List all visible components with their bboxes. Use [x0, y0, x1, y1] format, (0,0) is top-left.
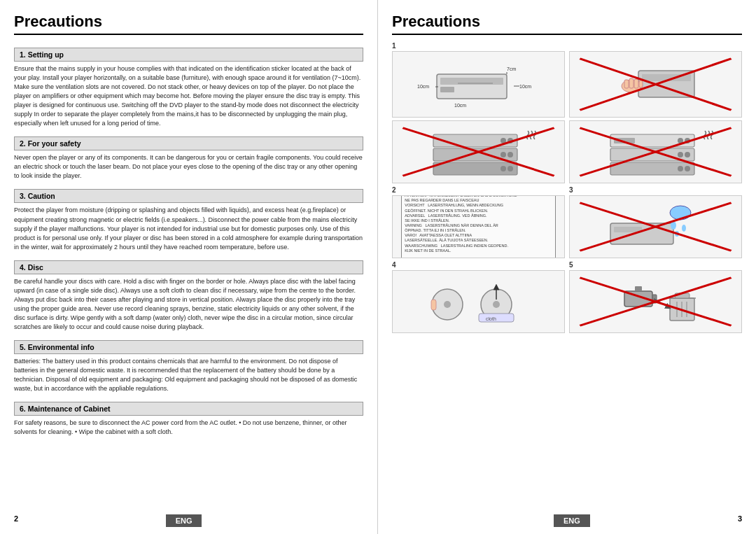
svg-point-46: [671, 221, 676, 230]
svg-point-40: [685, 166, 690, 171]
right-page-number: 3: [738, 514, 742, 523]
svg-rect-64: [675, 293, 690, 298]
section-text-2: Never open the player or any of its comp…: [14, 153, 363, 181]
svg-rect-44: [614, 227, 642, 232]
row-label-2: 2: [392, 186, 565, 194]
laser-warning-cell: CAUTION LASER RADIATION WHEN OPENDO NOT …: [392, 195, 565, 258]
section-text-4: Be careful handle your discs with care. …: [14, 277, 363, 332]
svg-point-45: [670, 206, 691, 220]
right-eng-badge: ENG: [554, 514, 590, 527]
svg-point-37: [678, 152, 683, 157]
row-label-3: 3: [569, 186, 742, 194]
no-liquid-splash: [569, 195, 742, 258]
no-stacking-left: [392, 120, 565, 183]
svg-rect-57: [479, 314, 514, 322]
row-label-4: 4: [392, 261, 565, 269]
disc-handling: cloth: [392, 270, 565, 333]
left-page-number: 2: [14, 514, 18, 523]
svg-point-24: [507, 138, 513, 143]
section-header-1: 1. Setting up: [14, 48, 363, 62]
section-text-1: Ensure that the mains supply in your hou…: [14, 64, 363, 128]
svg-point-39: [678, 166, 683, 171]
section-header-5: 5. Environmental info: [14, 340, 363, 354]
row-label-5: 5: [569, 261, 742, 269]
svg-point-48: [675, 231, 679, 237]
svg-text:7cm: 7cm: [507, 66, 516, 71]
svg-rect-15: [629, 78, 634, 88]
svg-rect-12: [642, 74, 691, 81]
section-text-5: Batteries: The battery used in this prod…: [14, 357, 363, 393]
section-text-6: For safety reasons, be sure to disconnec…: [14, 419, 363, 437]
wrong-touch-disc: [569, 51, 742, 118]
row-label-1: 1: [392, 42, 565, 50]
page-left: Precautions 1. Setting up Ensure that th…: [0, 0, 378, 534]
svg-point-36: [685, 138, 690, 143]
section-header-4: 4. Disc: [14, 260, 363, 274]
svg-rect-43: [610, 223, 673, 244]
svg-rect-2: [440, 87, 454, 92]
right-title: Precautions: [392, 13, 742, 35]
svg-rect-16: [634, 79, 638, 88]
svg-point-28: [507, 166, 513, 171]
section-header-2: 2. For your safety: [14, 136, 363, 150]
laser-warning-text: CAUTION LASER RADIATION WHEN OPENDO NOT …: [401, 195, 556, 258]
svg-rect-34: [614, 138, 635, 143]
page-right: Precautions 1 7cm 10cm 10cm: [378, 0, 756, 534]
ventilation-diagram: 7cm 10cm 10cm 10cm: [392, 51, 565, 118]
svg-rect-14: [624, 80, 629, 88]
svg-text:10cm: 10cm: [519, 84, 531, 89]
svg-point-35: [678, 138, 683, 143]
svg-text:cloth: cloth: [486, 316, 496, 321]
svg-text:10cm: 10cm: [417, 84, 429, 89]
svg-point-47: [682, 225, 686, 232]
section-header-6: 6. Maintenance of Cabinet: [14, 402, 363, 416]
svg-point-26: [507, 152, 513, 157]
svg-rect-61: [635, 286, 642, 291]
svg-point-27: [500, 166, 506, 171]
svg-point-23: [500, 138, 506, 143]
left-title: Precautions: [14, 13, 363, 35]
no-battery-dispose: [569, 270, 742, 333]
svg-point-52: [444, 301, 451, 308]
svg-point-25: [500, 152, 506, 157]
section-text-3: Protect the player from moisture (drippi…: [14, 206, 363, 251]
svg-rect-59: [624, 291, 652, 307]
svg-point-38: [685, 152, 690, 157]
svg-text:10cm: 10cm: [454, 103, 466, 108]
svg-rect-53: [431, 300, 436, 310]
svg-rect-17: [639, 80, 643, 87]
svg-point-55: [493, 301, 500, 308]
section-header-3: 3. Caution: [14, 189, 363, 203]
left-eng-badge: ENG: [166, 514, 202, 527]
no-stacking-right: [569, 120, 742, 183]
